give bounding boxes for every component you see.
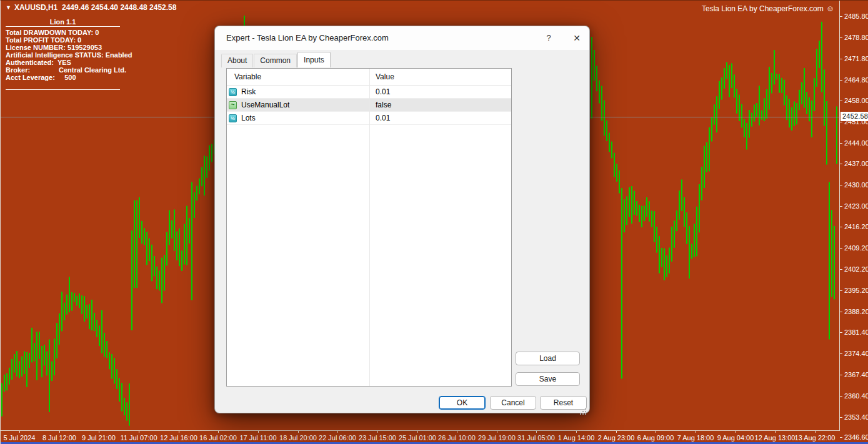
price-bar xyxy=(624,199,625,232)
price-bar xyxy=(769,67,770,110)
price-tick-label: 2353.40 xyxy=(844,413,868,421)
price-bar xyxy=(59,313,60,345)
price-bar xyxy=(696,207,697,257)
price-bar xyxy=(804,68,805,108)
price-bar xyxy=(701,167,702,200)
dialog-title: Expert - Tesla Lion EA by CheaperForex.c… xyxy=(226,26,389,50)
time-tick-label: 17 Jul 11:00 xyxy=(239,434,276,442)
price-bar xyxy=(756,103,757,117)
param-value[interactable]: 0.01 xyxy=(369,87,511,96)
price-bar xyxy=(156,267,157,289)
price-bar xyxy=(831,210,832,297)
close-icon[interactable]: ✕ xyxy=(567,26,586,50)
dialog-titlebar[interactable]: Expert - Tesla Lion EA by CheaperForex.c… xyxy=(215,26,589,50)
chevron-down-icon[interactable]: ▼ xyxy=(6,4,11,11)
price-bar xyxy=(829,182,830,340)
time-tick xyxy=(815,431,816,433)
price-bar xyxy=(194,192,195,218)
time-tick xyxy=(536,431,537,433)
time-tick-label: 2 Aug 23:00 xyxy=(598,434,635,442)
price-bar xyxy=(764,98,765,121)
time-tick-label: 7 Aug 18:00 xyxy=(677,434,714,442)
column-header-value: Value xyxy=(369,72,511,81)
time-tick xyxy=(576,431,577,433)
price-bar xyxy=(19,361,20,378)
price-tick xyxy=(840,37,842,38)
time-tick xyxy=(696,431,696,433)
price-bar xyxy=(781,78,782,93)
price-bar xyxy=(604,101,605,136)
price-bar xyxy=(836,106,837,164)
price-tick-label: 2478.80 xyxy=(844,34,868,41)
param-value[interactable]: 0.01 xyxy=(369,114,511,122)
time-tick xyxy=(736,431,736,433)
symbol-ohlc-bar[interactable]: ▼XAUUSD,H1 2449.46 2454.40 2448.48 2452.… xyxy=(6,3,176,12)
price-bar xyxy=(11,359,12,380)
price-bar xyxy=(34,343,35,361)
current-price-tag: 2452.58 xyxy=(841,112,868,121)
ea-status-line: License NUMBER: 519529053 xyxy=(6,44,132,51)
overlay-divider xyxy=(6,89,120,90)
inputs-table-panel: Variable Value Risk0.01UseManualLotfalse… xyxy=(226,68,512,387)
ok-button[interactable]: OK xyxy=(439,396,486,410)
price-bar xyxy=(599,81,600,104)
price-bar xyxy=(716,96,717,132)
price-bar xyxy=(631,186,632,224)
price-bar xyxy=(111,354,112,379)
price-bar xyxy=(706,142,707,172)
price-tick-label: 2416.20 xyxy=(844,223,868,230)
price-bar xyxy=(51,362,52,382)
param-value[interactable]: false xyxy=(369,101,511,109)
load-button[interactable]: Load xyxy=(516,352,580,365)
time-tick xyxy=(19,431,20,433)
save-button[interactable]: Save xyxy=(516,372,580,386)
price-bar xyxy=(94,313,95,331)
price-bar xyxy=(714,104,715,124)
help-button[interactable]: ? xyxy=(539,26,558,50)
price-bar xyxy=(114,358,115,383)
price-bar xyxy=(634,191,635,215)
price-bar xyxy=(46,352,47,376)
price-bar xyxy=(684,197,685,227)
cancel-button[interactable]: Cancel xyxy=(490,396,536,410)
price-bar xyxy=(36,332,37,380)
time-tick xyxy=(59,431,60,433)
time-tick-label: 6 Aug 09:00 xyxy=(637,434,674,442)
price-bar xyxy=(144,228,145,245)
price-bar xyxy=(116,369,117,389)
price-bar xyxy=(191,182,192,300)
tab-inputs[interactable]: Inputs xyxy=(297,52,331,67)
price-tick-label: 2395.20 xyxy=(844,287,868,294)
price-tick-label: 2485.80 xyxy=(844,12,868,20)
ohlc-values: 2449.46 2454.40 2448.48 2452.58 xyxy=(62,3,177,12)
price-bar xyxy=(69,277,70,312)
tab-common[interactable]: Common xyxy=(254,54,297,67)
price-tick-label: 2444.00 xyxy=(844,139,868,147)
price-bar xyxy=(159,270,160,290)
price-bar xyxy=(166,232,167,265)
price-bar xyxy=(726,62,727,79)
tab-about[interactable]: About xyxy=(221,54,253,67)
price-bar xyxy=(686,212,687,244)
price-bar xyxy=(679,190,680,220)
price-bar xyxy=(744,119,745,137)
time-tick xyxy=(417,431,418,433)
price-bar xyxy=(14,354,15,372)
price-tick xyxy=(840,59,842,59)
param-name: UseManualLot xyxy=(241,101,289,109)
price-tick xyxy=(840,353,842,354)
price-tick xyxy=(840,437,842,438)
price-tick-label: 2423.00 xyxy=(844,202,868,210)
price-bar xyxy=(826,101,827,165)
price-bar xyxy=(784,80,785,106)
price-bar xyxy=(174,210,175,251)
reset-button[interactable]: Reset xyxy=(540,396,587,410)
price-tick xyxy=(840,290,842,291)
price-tick-label: 2471.80 xyxy=(844,55,868,62)
resize-grip[interactable] xyxy=(585,408,586,410)
symbol-name: XAUUSD,H1 xyxy=(14,3,57,12)
price-bar xyxy=(734,74,735,97)
price-bar xyxy=(606,121,607,141)
price-bar xyxy=(74,293,75,302)
price-bar xyxy=(41,346,42,377)
